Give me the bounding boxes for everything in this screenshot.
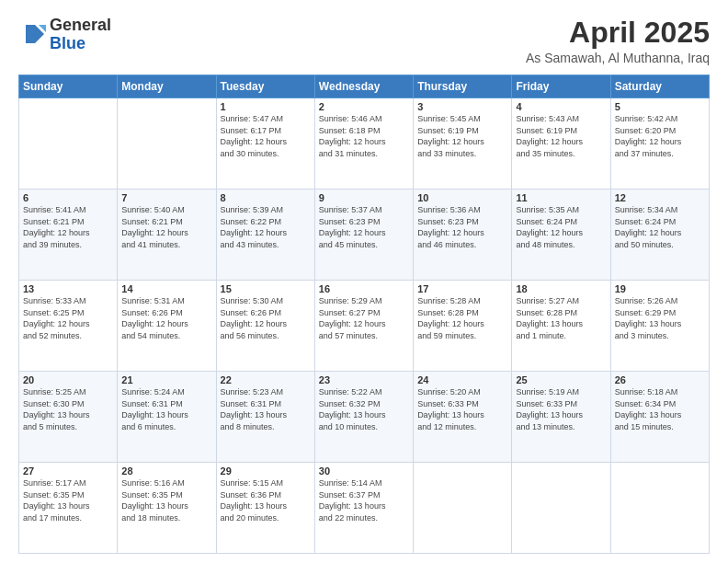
weekday-header: Monday [118, 75, 216, 98]
day-info: Sunrise: 5:20 AM Sunset: 6:33 PM Dayligh… [417, 386, 507, 432]
calendar-cell [118, 98, 216, 190]
calendar-cell: 16Sunrise: 5:29 AM Sunset: 6:27 PM Dayli… [314, 281, 413, 372]
day-info: Sunrise: 5:15 AM Sunset: 6:36 PM Dayligh… [221, 477, 311, 523]
day-info: Sunrise: 5:40 AM Sunset: 6:21 PM Dayligh… [121, 204, 211, 250]
day-info: Sunrise: 5:47 AM Sunset: 6:17 PM Dayligh… [221, 113, 311, 159]
calendar-cell [512, 463, 610, 554]
calendar-cell: 19Sunrise: 5:26 AM Sunset: 6:29 PM Dayli… [610, 281, 709, 372]
day-info: Sunrise: 5:37 AM Sunset: 6:23 PM Dayligh… [319, 204, 409, 250]
calendar-cell: 22Sunrise: 5:23 AM Sunset: 6:31 PM Dayli… [216, 372, 314, 463]
calendar-cell: 24Sunrise: 5:20 AM Sunset: 6:33 PM Dayli… [414, 372, 512, 463]
day-info: Sunrise: 5:22 AM Sunset: 6:32 PM Dayligh… [319, 386, 409, 432]
day-info: Sunrise: 5:31 AM Sunset: 6:26 PM Dayligh… [121, 295, 211, 341]
calendar-cell [414, 463, 512, 554]
calendar-cell: 5Sunrise: 5:42 AM Sunset: 6:20 PM Daylig… [610, 98, 709, 190]
calendar-cell: 28Sunrise: 5:16 AM Sunset: 6:35 PM Dayli… [118, 463, 216, 554]
day-number: 27 [23, 465, 113, 477]
day-number: 6 [23, 192, 113, 203]
day-info: Sunrise: 5:33 AM Sunset: 6:25 PM Dayligh… [23, 295, 113, 341]
day-info: Sunrise: 5:36 AM Sunset: 6:23 PM Dayligh… [417, 204, 507, 250]
day-number: 1 [221, 101, 311, 112]
weekday-header: Friday [512, 75, 610, 98]
calendar-week-row: 1Sunrise: 5:47 AM Sunset: 6:17 PM Daylig… [19, 98, 710, 190]
day-number: 5 [615, 101, 705, 112]
day-info: Sunrise: 5:34 AM Sunset: 6:24 PM Dayligh… [615, 204, 705, 250]
day-number: 30 [319, 465, 409, 477]
calendar-table: SundayMondayTuesdayWednesdayThursdayFrid… [18, 75, 710, 554]
calendar-cell: 18Sunrise: 5:27 AM Sunset: 6:28 PM Dayli… [512, 281, 610, 372]
day-number: 17 [417, 283, 507, 294]
day-info: Sunrise: 5:19 AM Sunset: 6:33 PM Dayligh… [516, 386, 606, 432]
calendar-cell: 4Sunrise: 5:43 AM Sunset: 6:19 PM Daylig… [512, 98, 610, 190]
calendar-cell: 15Sunrise: 5:30 AM Sunset: 6:26 PM Dayli… [216, 281, 314, 372]
day-number: 16 [319, 283, 409, 294]
day-number: 4 [516, 101, 606, 112]
logo-blue: Blue [50, 35, 111, 53]
day-number: 19 [615, 283, 705, 294]
calendar-cell: 2Sunrise: 5:46 AM Sunset: 6:18 PM Daylig… [314, 98, 413, 190]
day-number: 12 [615, 192, 705, 203]
day-info: Sunrise: 5:45 AM Sunset: 6:19 PM Dayligh… [417, 113, 507, 159]
day-number: 29 [221, 465, 311, 477]
day-number: 22 [221, 374, 311, 385]
calendar-cell: 10Sunrise: 5:36 AM Sunset: 6:23 PM Dayli… [414, 190, 512, 281]
title-area: April 2025 As Samawah, Al Muthanna, Iraq [526, 17, 710, 65]
day-number: 23 [319, 374, 409, 385]
calendar-week-row: 20Sunrise: 5:25 AM Sunset: 6:30 PM Dayli… [19, 372, 710, 463]
calendar-cell: 21Sunrise: 5:24 AM Sunset: 6:31 PM Dayli… [118, 372, 216, 463]
day-info: Sunrise: 5:16 AM Sunset: 6:35 PM Dayligh… [121, 477, 211, 523]
day-info: Sunrise: 5:42 AM Sunset: 6:20 PM Dayligh… [615, 113, 705, 159]
calendar-cell [610, 463, 709, 554]
logo: General Blue [18, 17, 111, 53]
day-number: 13 [23, 283, 113, 294]
logo-icon [18, 21, 46, 49]
calendar-cell: 20Sunrise: 5:25 AM Sunset: 6:30 PM Dayli… [19, 372, 118, 463]
day-number: 18 [516, 283, 606, 294]
calendar-cell: 12Sunrise: 5:34 AM Sunset: 6:24 PM Dayli… [610, 190, 709, 281]
calendar-cell: 1Sunrise: 5:47 AM Sunset: 6:17 PM Daylig… [216, 98, 314, 190]
day-number: 14 [121, 283, 211, 294]
day-info: Sunrise: 5:14 AM Sunset: 6:37 PM Dayligh… [319, 477, 409, 523]
day-info: Sunrise: 5:23 AM Sunset: 6:31 PM Dayligh… [221, 386, 311, 432]
calendar-cell [19, 98, 118, 190]
day-number: 7 [121, 192, 211, 203]
calendar-cell: 7Sunrise: 5:40 AM Sunset: 6:21 PM Daylig… [118, 190, 216, 281]
day-info: Sunrise: 5:39 AM Sunset: 6:22 PM Dayligh… [221, 204, 311, 250]
day-number: 2 [319, 101, 409, 112]
day-info: Sunrise: 5:29 AM Sunset: 6:27 PM Dayligh… [319, 295, 409, 341]
day-number: 24 [417, 374, 507, 385]
day-number: 11 [516, 192, 606, 203]
day-info: Sunrise: 5:27 AM Sunset: 6:28 PM Dayligh… [516, 295, 606, 341]
day-info: Sunrise: 5:46 AM Sunset: 6:18 PM Dayligh… [319, 113, 409, 159]
calendar-cell: 30Sunrise: 5:14 AM Sunset: 6:37 PM Dayli… [314, 463, 413, 554]
calendar-cell: 27Sunrise: 5:17 AM Sunset: 6:35 PM Dayli… [19, 463, 118, 554]
day-info: Sunrise: 5:24 AM Sunset: 6:31 PM Dayligh… [121, 386, 211, 432]
calendar-cell: 11Sunrise: 5:35 AM Sunset: 6:24 PM Dayli… [512, 190, 610, 281]
weekday-header: Sunday [19, 75, 118, 98]
day-info: Sunrise: 5:41 AM Sunset: 6:21 PM Dayligh… [23, 204, 113, 250]
calendar-cell: 25Sunrise: 5:19 AM Sunset: 6:33 PM Dayli… [512, 372, 610, 463]
logo-general: General [50, 17, 111, 35]
day-number: 15 [221, 283, 311, 294]
day-info: Sunrise: 5:25 AM Sunset: 6:30 PM Dayligh… [23, 386, 113, 432]
calendar-cell: 14Sunrise: 5:31 AM Sunset: 6:26 PM Dayli… [118, 281, 216, 372]
day-info: Sunrise: 5:30 AM Sunset: 6:26 PM Dayligh… [221, 295, 311, 341]
day-info: Sunrise: 5:17 AM Sunset: 6:35 PM Dayligh… [23, 477, 113, 523]
day-number: 8 [221, 192, 311, 203]
day-number: 20 [23, 374, 113, 385]
weekday-header: Wednesday [314, 75, 413, 98]
day-number: 3 [417, 101, 507, 112]
calendar-cell: 9Sunrise: 5:37 AM Sunset: 6:23 PM Daylig… [314, 190, 413, 281]
day-info: Sunrise: 5:26 AM Sunset: 6:29 PM Dayligh… [615, 295, 705, 341]
logo-text: General Blue [50, 17, 111, 53]
calendar-week-row: 27Sunrise: 5:17 AM Sunset: 6:35 PM Dayli… [19, 463, 710, 554]
day-number: 25 [516, 374, 606, 385]
day-info: Sunrise: 5:35 AM Sunset: 6:24 PM Dayligh… [516, 204, 606, 250]
calendar-cell: 26Sunrise: 5:18 AM Sunset: 6:34 PM Dayli… [610, 372, 709, 463]
calendar-header-row: SundayMondayTuesdayWednesdayThursdayFrid… [19, 75, 710, 98]
calendar-cell: 13Sunrise: 5:33 AM Sunset: 6:25 PM Dayli… [19, 281, 118, 372]
day-number: 21 [121, 374, 211, 385]
weekday-header: Tuesday [216, 75, 314, 98]
calendar-cell: 17Sunrise: 5:28 AM Sunset: 6:28 PM Dayli… [414, 281, 512, 372]
day-info: Sunrise: 5:28 AM Sunset: 6:28 PM Dayligh… [417, 295, 507, 341]
